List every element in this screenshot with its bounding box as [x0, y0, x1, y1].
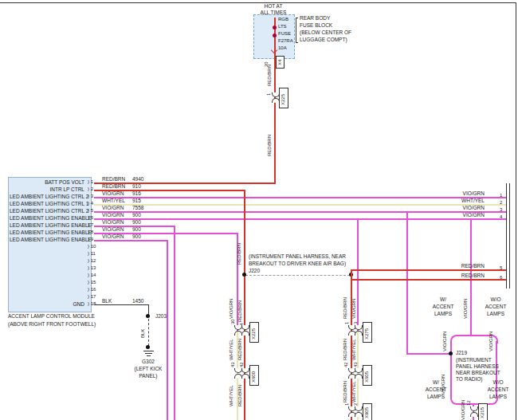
pin-number: 6: [88, 215, 93, 221]
g302-location-2: PANEL): [128, 373, 169, 379]
x905-connector-label: X905: [364, 407, 369, 418]
pin-number: 12: [88, 258, 96, 264]
x275-connector-label: X275: [364, 328, 369, 340]
without-accent-label: W/O: [481, 296, 510, 302]
fuse-loc-2: FUSE BLOCK: [300, 22, 332, 28]
hot-at-label: HOT AT: [253, 3, 293, 9]
ground-symbol-bar: [143, 351, 154, 351]
connector-pin: 2: [353, 403, 358, 406]
fuse-loc-4: LUGGAGE COMPT): [300, 37, 347, 42]
bracket-tick-bottom: [296, 42, 298, 43]
wire-j219-horizontal: [406, 353, 452, 355]
module-title-1: ACCENT LAMP CONTROL MODULE: [8, 313, 95, 319]
wire-color: WHT/YEL: [102, 198, 125, 203]
wire-circuit: 910: [132, 183, 141, 189]
edge-wire-label: VIO/GRN: [446, 205, 485, 210]
pin-label: BATT POS VOLT: [10, 179, 84, 185]
wire-batt-feed-label-lower: RED/BRN: [267, 135, 272, 156]
pin-label: LED AMBIENT LIGHTING CTRL 2: [10, 194, 84, 199]
inline-connector-glyph: [355, 368, 363, 373]
inline-connector-glyph: [470, 412, 478, 417]
pin-label: LED AMBIENT LIGHTING ENABLE: [10, 215, 84, 221]
edge-wire-label: VIO/GRN: [446, 190, 485, 196]
wire-label: RED/BRN: [343, 297, 347, 319]
fuse-name-2: LTS: [278, 24, 287, 29]
wire-redbrn-label: RED/BRN: [237, 243, 241, 265]
wire-label: WHT/YEL: [351, 339, 356, 360]
wire-edge-pin5: [351, 269, 506, 271]
inline-connector-glyph: [355, 406, 363, 411]
fuse-block-connector-label: X4: [277, 60, 282, 65]
j219-text-3: NEAR BREAKOUT: [456, 370, 500, 375]
pin-label: LED AMBIENT LIGHTING ENABLE: [10, 237, 84, 242]
wire-edge-pin6: [351, 279, 506, 281]
with-accent-label: W/: [429, 296, 457, 302]
wire-circuit: 915: [132, 198, 141, 203]
pin-label: LED AMBIENT LIGHTING CTRL 2: [10, 208, 84, 214]
with-accent-label: W/: [424, 379, 448, 385]
inline-connector-glyph: [241, 325, 249, 330]
j203-label: J203: [155, 313, 167, 319]
connector-pin: 1: [344, 322, 349, 324]
wire-label: RED/BRN: [343, 339, 347, 360]
pin-number: 13: [88, 265, 96, 271]
edge-wire-label: RED/BRN: [446, 273, 485, 278]
wire-circuit: 900: [132, 212, 141, 218]
j219-text-2: PANEL HARNESS: [456, 363, 499, 369]
wire-pin5-drop: [406, 211, 408, 355]
inline-connector-glyph: [241, 374, 249, 379]
wire-batt-feed-vertical: [274, 54, 276, 184]
fuse-name-5: 10A: [278, 45, 287, 51]
connector-pin: 43: [230, 362, 235, 367]
pin-number: 9: [88, 237, 93, 242]
wire-label: VIO/GRN: [229, 299, 233, 319]
ground-symbol-bar: [145, 353, 152, 354]
wire-circuit: 4940: [132, 176, 143, 182]
g302-location-1: (LEFT KICK: [128, 366, 169, 371]
without-accent-label: LAMPS: [481, 311, 510, 316]
j220-text-1: (INSTRUMENT PANEL HARNESS, NEAR: [249, 253, 346, 259]
pin-label: LED AMBIENT LIGHTING ENABLE: [10, 230, 84, 235]
wire-circuit: 900: [132, 219, 141, 225]
wire-pin9-drop: [167, 240, 168, 420]
bracket-line: [296, 18, 296, 43]
edge-pin-number: 1: [500, 193, 502, 198]
wire-circuit: 1450: [132, 298, 143, 304]
fork-arc-right: [470, 335, 498, 343]
inline-connector-glyph: [355, 412, 363, 417]
wire-label: RED/BRN: [237, 339, 242, 360]
fuse-name-4: F27RA: [278, 38, 293, 44]
j220-text-2: BREAKOUT TO DRIVER KNEE AIR BAG): [249, 261, 346, 266]
inline-connector-glyph: [241, 368, 249, 373]
j219-text-4: TO RADIO): [456, 376, 482, 382]
wire-feed-label: VIO/GRN: [463, 299, 468, 319]
with-accent-label: ACCENT: [424, 387, 448, 392]
j219-junction-dot: [449, 351, 453, 355]
pin-label: LED AMBIENT LIGHTING ENABLE: [10, 222, 84, 228]
wiring-diagram: HOT AT ALL TIMES RGB LTS FUSE F27RA 10A …: [0, 0, 518, 420]
wire-circuit: 900: [132, 226, 141, 232]
j219-text-1: (INSTRUMENT: [456, 357, 492, 363]
g302-ground-dot: [146, 345, 150, 349]
wire-pin2-drop: [244, 190, 245, 420]
edge-wire-label: VIO/GRN: [446, 212, 485, 218]
edge-pin-number: 5: [500, 265, 502, 271]
pin-number: 2: [88, 186, 93, 192]
fuse-name-1: RGB: [278, 17, 288, 22]
j220-splice-dashed-line: [245, 275, 350, 276]
connector-pin: 42: [343, 362, 348, 367]
connector-pin: 30: [230, 319, 235, 324]
wire-circuit: 900: [132, 234, 141, 239]
ground-symbol-bar: [147, 355, 151, 356]
edge-connector-line-outer: [509, 183, 510, 289]
wire-color: RED/BRN: [102, 183, 125, 189]
pin-label: INTR LP CTRL: [10, 186, 84, 192]
wire-color: VIO/GRN: [102, 219, 124, 225]
wire-label: RED/BRN: [343, 381, 347, 402]
fuse-terminal-top: [273, 26, 277, 29]
connector-pin: 1: [344, 403, 349, 406]
edge-wire-label: WHT/YEL: [446, 198, 485, 203]
gnd-label: GND: [10, 301, 84, 307]
connector-pin: 12: [466, 400, 471, 406]
wire-label: RED/BRN: [237, 300, 242, 322]
